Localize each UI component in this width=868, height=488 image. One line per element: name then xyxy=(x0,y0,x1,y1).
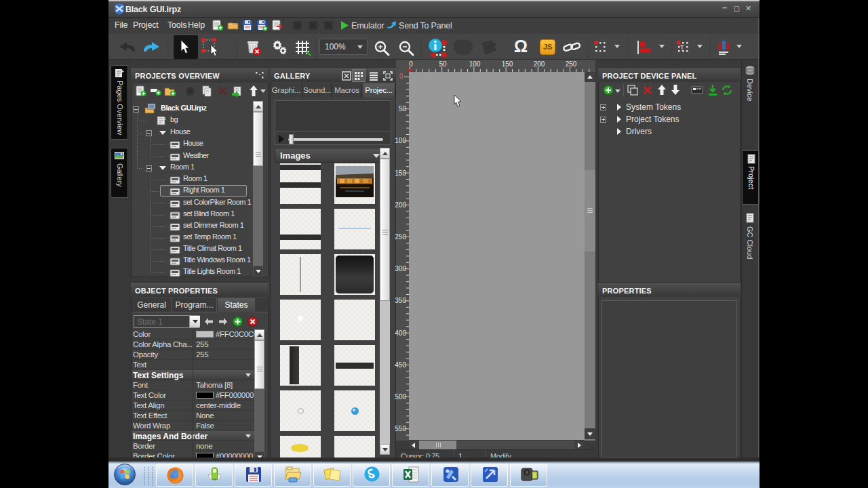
svg-text:T: T xyxy=(680,44,684,51)
